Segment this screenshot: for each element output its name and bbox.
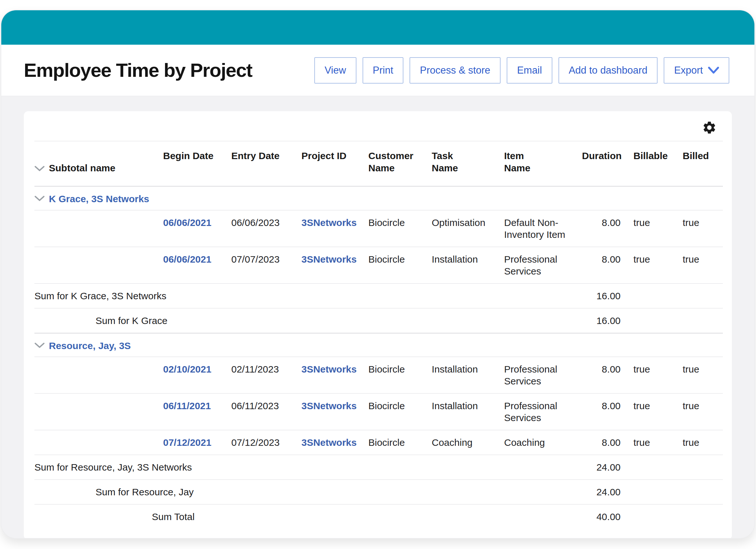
billed-cell: true	[683, 430, 723, 455]
empty-cell	[683, 455, 723, 480]
column-header-entry-date: Entry Date	[231, 141, 301, 187]
subtotal-cell	[34, 247, 163, 283]
billable-cell: true	[633, 393, 683, 430]
empty-cell	[683, 480, 723, 504]
begin-date-cell: 02/10/2021	[163, 357, 231, 393]
duration-cell: 8.00	[582, 357, 633, 393]
task-name-cell: Optimisation	[432, 210, 504, 247]
group-label-link[interactable]: Resource, Jay, 3S	[49, 340, 131, 351]
chevron-down-icon	[708, 66, 719, 75]
project-id-cell: 3SNetworks	[301, 393, 368, 430]
sum-row: Sum for Resource, Jay, 3S Networks24.00	[34, 455, 723, 480]
gear-icon[interactable]	[702, 120, 717, 135]
duration-cell: 8.00	[582, 430, 633, 455]
duration-cell: 8.00	[582, 393, 633, 430]
print-button[interactable]: Print	[363, 57, 404, 84]
customer-name-cell: Biocircle	[368, 430, 432, 455]
column-header-duration: Duration	[582, 141, 633, 187]
view-button-label: View	[325, 65, 346, 76]
report-widget: Employee Time by Project View Print Proc…	[1, 10, 755, 539]
customer-name-cell: Biocircle	[368, 357, 432, 393]
table-row: 06/06/202106/06/20233SNetworksBiocircleO…	[34, 210, 723, 247]
begin-date-cell: 07/12/2021	[163, 430, 231, 455]
task-name-cell: Coaching	[432, 430, 504, 455]
entry-date-cell: 02/11/2023	[231, 357, 301, 393]
customer-name-cell: Biocircle	[368, 247, 432, 283]
column-header-billed: Billed	[683, 141, 723, 187]
project-id-link[interactable]: 3SNetworks	[301, 400, 357, 411]
export-button-label: Export	[674, 65, 703, 76]
subtotal-cell	[34, 357, 163, 393]
billed-cell: true	[683, 357, 723, 393]
empty-cell	[633, 480, 683, 504]
begin-date-link[interactable]: 02/10/2021	[163, 364, 211, 374]
item-name-cell: Professional Services	[504, 247, 582, 283]
group-header-cell: K Grace, 3S Networks	[34, 187, 723, 210]
title-band: Employee Time by Project View Print Proc…	[1, 45, 754, 96]
teal-header-bar	[1, 10, 754, 45]
begin-date-link[interactable]: 06/06/2021	[163, 217, 211, 228]
toolbar: View Print Process & store Email Add to …	[314, 57, 729, 84]
entry-date-cell: 06/06/2023	[231, 210, 301, 247]
task-name-cell: Installation	[432, 247, 504, 283]
project-id-link[interactable]: 3SNetworks	[301, 254, 357, 265]
sum-duration-value: 24.00	[582, 455, 633, 480]
sum-label: Sum for K Grace	[34, 308, 582, 333]
group-label-link[interactable]: K Grace, 3S Networks	[49, 194, 149, 204]
email-button[interactable]: Email	[507, 57, 552, 84]
chevron-down-icon[interactable]	[34, 165, 45, 172]
page-title: Employee Time by Project	[24, 59, 252, 81]
project-id-cell: 3SNetworks	[301, 210, 368, 247]
item-name-cell: Default Non-Inventory Item	[504, 210, 582, 247]
print-button-label: Print	[373, 65, 393, 76]
billable-cell: true	[633, 357, 683, 393]
chevron-down-icon[interactable]	[34, 195, 45, 202]
billed-cell: true	[683, 210, 723, 247]
billable-cell: true	[633, 430, 683, 455]
sum-duration-value: 16.00	[582, 308, 633, 333]
empty-cell	[683, 504, 723, 529]
sum-duration-value: 40.00	[582, 504, 633, 529]
email-button-label: Email	[517, 65, 542, 76]
empty-cell	[633, 308, 683, 333]
billable-cell: true	[633, 247, 683, 283]
card-toolbar	[34, 111, 721, 141]
sum-row: Sum for Resource, Jay24.00	[34, 480, 723, 504]
report-table: Subtotal name Begin Date Entry Date Proj…	[34, 141, 723, 529]
add-to-dashboard-button[interactable]: Add to dashboard	[558, 57, 658, 84]
sum-row: Sum for K Grace, 3S Networks16.00	[34, 283, 723, 308]
project-id-cell: 3SNetworks	[301, 430, 368, 455]
begin-date-link[interactable]: 07/12/2021	[163, 437, 211, 448]
customer-name-cell: Biocircle	[368, 210, 432, 247]
sum-label: Sum for Resource, Jay	[34, 480, 582, 504]
item-name-cell: Professional Services	[504, 357, 582, 393]
task-name-cell: Installation	[432, 357, 504, 393]
view-button[interactable]: View	[314, 57, 356, 84]
billed-cell: true	[683, 247, 723, 283]
project-id-link[interactable]: 3SNetworks	[301, 217, 357, 228]
sum-row: Sum Total40.00	[34, 504, 723, 529]
customer-name-cell: Biocircle	[368, 393, 432, 430]
entry-date-cell: 07/07/2023	[231, 247, 301, 283]
begin-date-link[interactable]: 06/11/2021	[163, 400, 211, 411]
begin-date-link[interactable]: 06/06/2021	[163, 254, 211, 265]
chevron-down-icon[interactable]	[34, 342, 45, 349]
sum-row: Sum for K Grace16.00	[34, 308, 723, 333]
column-header-billable: Billable	[633, 141, 683, 187]
empty-cell	[633, 455, 683, 480]
subtotal-cell	[34, 210, 163, 247]
sum-duration-value: 24.00	[582, 480, 633, 504]
begin-date-cell: 06/06/2021	[163, 247, 231, 283]
subtotal-cell	[34, 430, 163, 455]
process-and-store-button[interactable]: Process & store	[410, 57, 501, 84]
entry-date-cell: 07/12/2023	[231, 430, 301, 455]
project-id-cell: 3SNetworks	[301, 357, 368, 393]
add-to-dashboard-button-label: Add to dashboard	[569, 65, 648, 76]
export-button[interactable]: Export	[664, 57, 729, 84]
project-id-link[interactable]: 3SNetworks	[301, 364, 357, 374]
empty-cell	[633, 504, 683, 529]
billed-cell: true	[683, 393, 723, 430]
project-id-link[interactable]: 3SNetworks	[301, 437, 357, 448]
table-row: 07/12/202107/12/20233SNetworksBiocircleC…	[34, 430, 723, 455]
subtotal-cell	[34, 393, 163, 430]
